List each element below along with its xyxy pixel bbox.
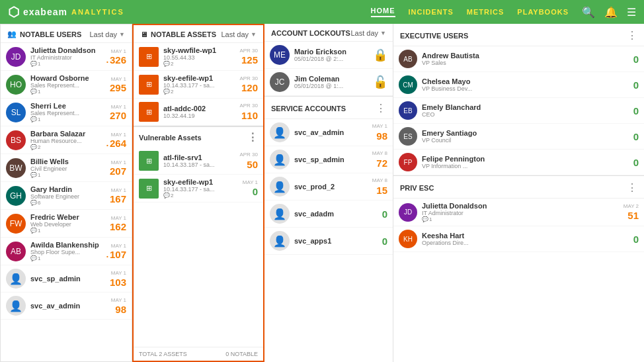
top-navigation: ⬡ exabeam ANALYTICS HOME INCIDENTS METRI… <box>0 0 644 24</box>
table-row[interactable]: GH Gary Hardin Software Engineer 💬6 MAY … <box>1 182 132 210</box>
table-row[interactable]: 👤 svc_av_admin MAY 1 98 <box>1 293 132 320</box>
nav-incidents[interactable]: INCIDENTS <box>409 8 454 16</box>
search-icon[interactable]: 🔍 <box>582 6 595 19</box>
lockouts-filter[interactable]: Last day ▼ <box>350 29 386 37</box>
asset-info: atl-addc-002 10.32.44.19 <box>163 105 235 119</box>
score-col: MAY 1 167 <box>110 187 126 204</box>
table-row[interactable]: JD Julietta Donaldson IT Administrator 💬… <box>1 43 132 71</box>
list-item[interactable]: JC Jim Coleman 05/01/2018 @ 1:... 🔓 <box>264 69 393 96</box>
user-info: Awilda Blankenship Shop Floor Supe... 💬1 <box>30 241 102 261</box>
account-lockouts-header: ACCOUNT LOCKOUTS Last day ▼ <box>264 24 393 42</box>
asset-info: atl-file-srv1 10.14.33.187 - sa... <box>163 154 235 168</box>
avatar: HO <box>6 75 26 95</box>
list-item[interactable]: AB Andrew Bautista VP Sales 0 <box>393 46 644 72</box>
user-info: Howard Osborne Sales Represent... 💬1 <box>30 74 105 95</box>
user-info: Barbara Salazar Human Resource... 💬2 <box>30 130 102 150</box>
table-row[interactable]: SL Sherri Lee Sales Represent... 💬1 MAY … <box>1 99 132 126</box>
list-item[interactable]: 👤 svc_av_admin MAY 1 98 <box>264 119 393 146</box>
avatar: JC <box>270 72 290 92</box>
avatar: ES <box>399 127 417 146</box>
logo-text: exabeam <box>23 7 67 17</box>
avatar: GH <box>6 186 26 206</box>
logo-icon: ⬡ <box>8 4 19 20</box>
notable-assets-list: ⊞ sky-wwfile-wp1 10.55.44.33 💬2 APR 30 1… <box>134 43 263 126</box>
lockout-info: Mario Erickson 05/01/2018 @ 2:... <box>294 48 368 62</box>
table-row[interactable]: BS Barbara Salazar Human Resource... 💬2 … <box>1 126 132 154</box>
user-info: Keesha Hart Operations Dire... <box>422 232 621 246</box>
user-info: Sherri Lee Sales Represent... 💬1 <box>30 102 105 122</box>
chat-count: 💬1 <box>30 89 105 95</box>
main-content: 👥 NOTABLE USERS Last day ▼ JD Julietta D… <box>0 24 644 362</box>
logo-area: ⬡ exabeam ANALYTICS <box>8 4 124 20</box>
list-item[interactable]: KH Keesha Hart Operations Dire... 0 <box>393 226 644 252</box>
table-row[interactable]: BW Billie Wells Civil Engineer 💬1 MAY 1 … <box>1 154 132 182</box>
priv-esc-title: Priv Esc <box>400 184 434 192</box>
user-info: Felipe Pennington VP Information ... <box>422 155 621 169</box>
list-item[interactable]: ⊞ sky-eefile-wp1 10.14.33.177 - sa... 💬2… <box>134 71 263 99</box>
list-item[interactable]: FP Felipe Pennington VP Information ... … <box>393 150 644 175</box>
notable-assets-filter[interactable]: Last day ▼ <box>221 30 257 38</box>
middle-section: ACCOUNT LOCKOUTS Last day ▼ ME Mario Eri… <box>264 24 393 362</box>
user-info: Fredric Weber Web Developer 💬1 <box>30 213 105 234</box>
user-info: Julietta Donaldson IT Administrator 💬1 <box>422 202 619 222</box>
list-item[interactable]: JD Julietta Donaldson IT Administrator 💬… <box>393 199 644 226</box>
score-col: MAY 8 72 <box>372 150 387 169</box>
priv-esc-header: Priv Esc ⋮ <box>393 176 644 199</box>
chat-count: 💬1 <box>30 255 102 261</box>
more-menu-icon[interactable]: ⋮ <box>627 181 637 194</box>
vulnerable-assets-section: Vulnerable Assets ⋮ ⊞ atl-file-srv1 10.1… <box>134 126 263 361</box>
priv-esc-panel: Priv Esc ⋮ JD Julietta Donaldson IT Admi… <box>393 176 644 362</box>
list-item[interactable]: ⊞ atl-addc-002 10.32.44.19 APR 30 110 <box>134 99 263 126</box>
user-info: Gary Hardin Software Engineer 💬6 <box>30 185 105 206</box>
priv-esc-list: JD Julietta Donaldson IT Administrator 💬… <box>393 199 644 252</box>
lock-icon: 🔒 <box>373 48 387 62</box>
list-item[interactable]: EB Emely Blanchard CEO 0 <box>393 98 644 124</box>
list-item[interactable]: ⊞ sky-eefile-wp1 10.14.33.177 - sa... 💬2… <box>134 175 263 203</box>
list-item[interactable]: ES Emery Santiago VP Council 0 <box>393 124 644 150</box>
avatar: FP <box>399 153 417 171</box>
avatar: AB <box>399 50 417 68</box>
notification-icon[interactable]: 🔔 <box>604 6 618 19</box>
list-item[interactable]: CM Chelsea Mayo VP Business Dev... 0 <box>393 72 644 98</box>
nav-home[interactable]: HOME <box>371 7 395 17</box>
score-col: MAY 2 51 <box>624 203 639 222</box>
more-menu-icon[interactable]: ⋮ <box>627 29 637 42</box>
avatar: SL <box>6 103 26 122</box>
notable-users-panel: 👥 NOTABLE USERS Last day ▼ JD Julietta D… <box>0 24 132 362</box>
avatar: JD <box>399 203 417 222</box>
monitor-icon: 🖥 <box>140 30 147 38</box>
list-item[interactable]: 👤 svc_apps1 0 <box>264 228 393 255</box>
account-lockouts-panel: ACCOUNT LOCKOUTS Last day ▼ ME Mario Eri… <box>264 24 393 97</box>
asset-info: sky-eefile-wp1 10.14.33.177 - sa... 💬2 <box>163 74 235 95</box>
table-row[interactable]: HO Howard Osborne Sales Represent... 💬1 … <box>1 71 132 99</box>
list-item[interactable]: ⊞ atl-file-srv1 10.14.33.187 - sa... APR… <box>134 148 263 175</box>
avatar: ME <box>270 45 290 65</box>
list-item[interactable]: 👤 svc_sp_admin MAY 8 72 <box>264 146 393 173</box>
chat-count: 💬2 <box>30 144 102 150</box>
list-item[interactable]: ME Mario Erickson 05/01/2018 @ 2:... 🔒 <box>264 42 393 69</box>
nav-playbooks[interactable]: PLAYBOOKS <box>517 8 569 16</box>
avatar: BS <box>6 130 26 150</box>
notable-users-filter[interactable]: Last day ▼ <box>89 30 125 38</box>
score-col: MAY 1 98 <box>372 123 387 142</box>
score-col: 0 <box>382 208 387 220</box>
more-menu-icon[interactable]: ⋮ <box>247 131 258 144</box>
menu-icon[interactable]: ☰ <box>627 6 636 19</box>
avatar: FW <box>6 214 26 234</box>
table-row[interactable]: 👤 svc_sp_admin MAY 1 103 <box>1 265 132 293</box>
asset-icon: ⊞ <box>139 47 159 67</box>
list-item[interactable]: ⊞ sky-wwfile-wp1 10.55.44.33 💬2 APR 30 1… <box>134 43 263 71</box>
more-menu-icon[interactable]: ⋮ <box>376 102 386 114</box>
table-row[interactable]: FW Fredric Weber Web Developer 💬1 MAY 1 … <box>1 210 132 238</box>
avatar: EB <box>399 101 417 120</box>
service-accounts-panel: Service Accounts ⋮ 👤 svc_av_admin MAY 1 … <box>264 97 393 362</box>
asset-icon: ⊞ <box>139 75 159 95</box>
table-row[interactable]: AB Awilda Blankenship Shop Floor Supe...… <box>1 238 132 265</box>
lockout-info: Jim Coleman 05/01/2018 @ 1:... <box>294 75 368 89</box>
avatar: 👤 <box>6 269 26 289</box>
score-col: APR 30 110 <box>239 103 258 121</box>
list-item[interactable]: 👤 svc_prod_2 MAY 8 15 <box>264 173 393 201</box>
exec-users-panel: Executive Users ⋮ AB Andrew Bautista VP … <box>393 24 644 176</box>
list-item[interactable]: 👤 svc_adadm 0 <box>264 201 393 228</box>
nav-metrics[interactable]: METRICS <box>467 8 504 16</box>
